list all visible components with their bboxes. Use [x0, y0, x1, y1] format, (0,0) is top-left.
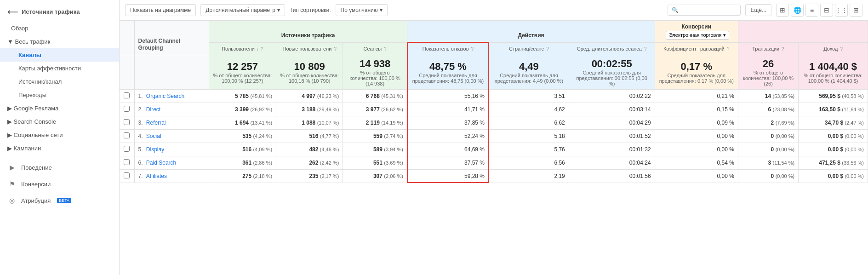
row-num-1: 2.: [138, 106, 143, 113]
pages-help-icon[interactable]: ?: [546, 46, 549, 52]
sort-chevron-icon: ▾: [380, 7, 383, 13]
row-transactions-1: 6 (23,08 %): [738, 103, 798, 116]
sidebar-item-kampanii[interactable]: ▶ Кампании: [0, 142, 119, 155]
row-channel-2: 3. Referral: [134, 116, 209, 129]
sort-default-button[interactable]: По умолчанию ▾: [336, 4, 388, 16]
sidebar-item-karty[interactable]: Карты эффективности: [0, 62, 119, 75]
sidebar-item-obzor[interactable]: Обзор: [0, 22, 119, 35]
row-conv-rate-6: 0,00 %: [655, 169, 738, 183]
sidebar-item-povedenie[interactable]: ▶ Поведение: [0, 159, 119, 176]
row-pages-3: 5,18: [489, 129, 569, 143]
table-row: 3. Referral 1 694 (13,41 %) 1 088 (10,07…: [120, 116, 868, 129]
sessions-help-icon[interactable]: ?: [384, 46, 387, 52]
new-users-help-icon[interactable]: ?: [334, 46, 337, 52]
row-sessions-3: 559 (3,74 %): [343, 129, 407, 143]
grid-view-icon[interactable]: ⊞: [776, 4, 789, 17]
conv-rate-col-header[interactable]: Коэффициент транзакций ?: [655, 42, 738, 55]
row-transactions-5: 3 (11,54 %): [738, 156, 798, 169]
row-checkbox-2[interactable]: [120, 116, 134, 129]
channel-link-6[interactable]: Affiliates: [146, 173, 167, 179]
row-new-users-0: 4 997 (46,23 %): [276, 89, 343, 103]
row-checkbox-1[interactable]: [120, 103, 134, 116]
sidebar-item-konversii[interactable]: ⚑ Конверсии: [0, 176, 119, 192]
table-row: 4. Social 535 (4,24 %) 516 (4,77 %) 559 …: [120, 129, 868, 143]
row-users-4: 516 (4,09 %): [209, 143, 276, 156]
sidebar-item-kanaly[interactable]: Каналы: [0, 48, 119, 62]
duration-help-icon[interactable]: ?: [644, 46, 647, 52]
show-chart-button[interactable]: Показать на диаграмме: [125, 4, 196, 16]
row-duration-2: 00:04:29: [569, 116, 655, 129]
avg-duration-col-header[interactable]: Сред. длительность сеанса ?: [569, 42, 655, 55]
channel-link-0[interactable]: Organic Search: [146, 93, 184, 99]
transactions-help-icon[interactable]: ?: [782, 46, 784, 52]
row-num-2: 3.: [138, 120, 143, 126]
row-checkbox-3[interactable]: [120, 129, 134, 143]
row-transactions-0: 14 (53,85 %): [738, 89, 798, 103]
attribution-icon: ◎: [7, 196, 17, 205]
users-col-header[interactable]: Пользователи ↓ ?: [209, 42, 276, 55]
row-revenue-2: 34,70 $ (2,47 %): [799, 116, 868, 129]
sidebar-item-sotsialnye[interactable]: ▶ Социальные сети: [0, 128, 119, 142]
table-row: 5. Display 516 (4,09 %) 482 (4,46 %) 589…: [120, 143, 868, 156]
transactions-col-header[interactable]: Транзакции ?: [738, 42, 798, 55]
sidebar-item-google-reklama[interactable]: ▶ Google Реклама: [0, 102, 119, 115]
conv-help-icon[interactable]: ?: [727, 46, 730, 52]
row-users-5: 361 (2,86 %): [209, 156, 276, 169]
row-transactions-4: 0 (0,00 %): [738, 143, 798, 156]
search-input[interactable]: [681, 7, 737, 13]
sort-type-label: Тип сортировки:: [290, 7, 331, 13]
row-new-users-3: 516 (4,77 %): [276, 129, 343, 143]
sidebar-item-ves-trafik[interactable]: ▼ Весь трафик: [0, 35, 119, 48]
row-bounce-3: 52,24 %: [407, 129, 489, 143]
row-channel-1: 2. Direct: [134, 103, 209, 116]
bounce-help-icon[interactable]: ?: [471, 46, 474, 52]
channel-grouping-header: Default Channel Grouping: [134, 21, 209, 55]
row-checkbox-6[interactable]: [120, 169, 134, 183]
ecommerce-dropdown[interactable]: Электронная торговля ▾: [666, 31, 729, 40]
sidebar-item-istochnik[interactable]: Источник/канал: [0, 75, 119, 88]
pivot-icon[interactable]: ⊟: [820, 4, 833, 17]
row-channel-0: 1. Organic Search: [134, 89, 209, 103]
row-revenue-3: 0,00 $ (0,00 %): [799, 129, 868, 143]
row-pages-6: 2,19: [489, 169, 569, 183]
row-bounce-1: 41,71 %: [407, 103, 489, 116]
channel-link-3[interactable]: Social: [146, 133, 161, 139]
row-transactions-2: 2 (7,69 %): [738, 116, 798, 129]
bar-chart-icon[interactable]: ≡: [805, 4, 818, 17]
channel-link-2[interactable]: Referral: [146, 120, 166, 126]
revenue-col-header[interactable]: Доход ?: [799, 42, 868, 55]
actions-group-header: Действия: [407, 21, 655, 42]
row-checkbox-4[interactable]: [120, 143, 134, 156]
row-users-2: 1 694 (13,41 %): [209, 116, 276, 129]
revenue-help-icon[interactable]: ?: [840, 46, 843, 52]
row-conv-rate-1: 0,15 %: [655, 103, 738, 116]
extra-param-button[interactable]: Дополнительный параметр ▾: [200, 4, 285, 16]
more-button[interactable]: Ещё...: [745, 4, 771, 16]
sessions-col-header[interactable]: Сеансы ?: [343, 42, 407, 55]
channel-link-1[interactable]: Direct: [146, 106, 160, 113]
table-icon[interactable]: ⊞: [850, 4, 862, 17]
beta-badge: BETA: [57, 198, 71, 203]
channel-link-5[interactable]: Paid Search: [146, 160, 176, 166]
row-channel-5: 6. Paid Search: [134, 156, 209, 169]
row-checkbox-0[interactable]: [120, 89, 134, 103]
channel-link-4[interactable]: Display: [146, 146, 164, 153]
row-sessions-1: 3 977 (26,62 %): [343, 103, 407, 116]
globe-icon[interactable]: 🌐: [791, 4, 804, 17]
sidebar-item-atributsiya[interactable]: ◎ Атрибуция BETA: [0, 192, 119, 209]
data-table-area: Default Channel Grouping Источники трафи…: [120, 21, 868, 275]
row-num-0: 1.: [138, 93, 143, 99]
summary-row: 12 257 % от общего количества: 100,00 % …: [120, 55, 868, 89]
scatter-icon[interactable]: ⋮⋮: [835, 4, 848, 17]
sidebar-item-search-console[interactable]: ▶ Search Console: [0, 115, 119, 128]
sidebar-item-perekhody[interactable]: Переходы: [0, 88, 119, 102]
search-box[interactable]: 🔍: [668, 5, 741, 16]
table-body: 1. Organic Search 5 785 (45,81 %) 4 997 …: [120, 89, 868, 183]
row-checkbox-5[interactable]: [120, 156, 134, 169]
bounce-rate-col-header[interactable]: Показатель отказов ?: [407, 42, 489, 55]
users-help-icon[interactable]: ?: [261, 46, 263, 52]
row-revenue-0: 569,95 $ (40,58 %): [799, 89, 868, 103]
pages-session-col-header[interactable]: Страниц/сеанс ?: [489, 42, 569, 55]
new-users-col-header[interactable]: Новые пользователи ?: [276, 42, 343, 55]
ecommerce-chevron-icon: ▾: [723, 32, 726, 38]
